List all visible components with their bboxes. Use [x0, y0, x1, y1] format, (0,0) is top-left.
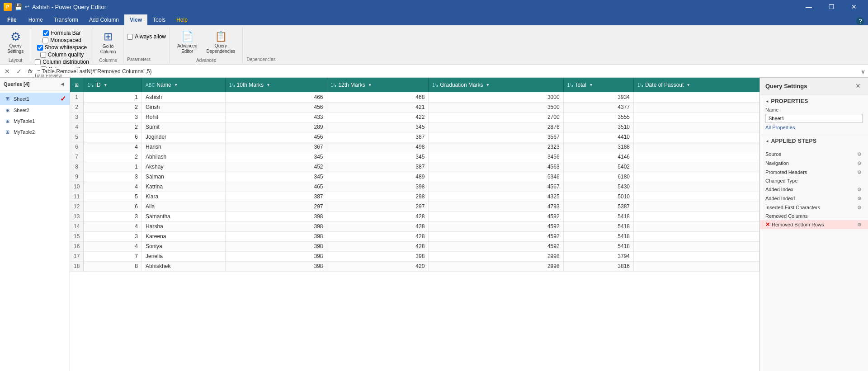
- step-gear-icon[interactable]: ⚙: [856, 195, 863, 202]
- tab-help[interactable]: Help: [171, 14, 193, 25]
- formula-confirm-button[interactable]: ✓: [14, 67, 24, 76]
- always-allow-checkbox[interactable]: Always allow: [127, 33, 166, 40]
- cell-10th: 345: [225, 152, 327, 162]
- step-gear-icon[interactable]: ⚙: [856, 169, 863, 175]
- step-gear-icon[interactable]: ⚙: [856, 186, 863, 193]
- col-filter-name[interactable]: ▼: [173, 83, 179, 87]
- col-header-12th-marks[interactable]: 1²₃ 12th Marks ▼: [327, 78, 429, 92]
- cell-name: Abhiskhek: [142, 261, 226, 271]
- col-filter-grad[interactable]: ▼: [485, 83, 491, 87]
- help-icon[interactable]: ?: [856, 17, 864, 25]
- maximize-button[interactable]: ❐: [821, 0, 842, 14]
- advanced-editor-button[interactable]: 📄 AdvancedEditor: [174, 28, 201, 57]
- name-input[interactable]: [765, 114, 863, 123]
- go-to-column-button[interactable]: ⊞ Go toColumn: [97, 28, 119, 57]
- cell-12th: 428: [327, 241, 429, 251]
- step-item[interactable]: ✕Removed Bottom Rows⚙: [760, 220, 868, 229]
- step-item[interactable]: Removed Columns: [760, 212, 868, 220]
- step-item[interactable]: Inserted First Characters⚙: [760, 203, 868, 212]
- cell-name: Harsha: [142, 221, 226, 231]
- step-gear-icon[interactable]: ⚙: [856, 160, 863, 166]
- cell-10th: 398: [225, 231, 327, 241]
- col-filter-total[interactable]: ▼: [588, 83, 594, 87]
- query-item-sheet2[interactable]: ⊞ Sheet2: [0, 105, 70, 116]
- col-filter-12th[interactable]: ▼: [367, 83, 373, 87]
- query-item-mytable2[interactable]: ⊞ MyTable2: [0, 127, 70, 137]
- col-filter-10th[interactable]: ▼: [265, 83, 271, 87]
- query-list: ⊞ Sheet1 ✓ ⊞ Sheet2 ⊞ MyTable1 ⊞ MyTable…: [0, 91, 70, 371]
- cell-grad: 3567: [429, 132, 563, 142]
- query-item-mytable1[interactable]: ⊞ MyTable1: [0, 116, 70, 127]
- cell-total: 3188: [563, 142, 633, 152]
- settings-close-button[interactable]: ✕: [854, 81, 863, 90]
- tab-view[interactable]: View: [124, 14, 147, 25]
- step-label: Removed Bottom Rows: [772, 222, 854, 227]
- undo-icon[interactable]: ↩: [25, 4, 29, 10]
- cell-grad: 4793: [429, 202, 563, 211]
- cell-grad: 4592: [429, 231, 563, 241]
- step-gear-icon[interactable]: ⚙: [856, 221, 863, 228]
- col-filter-id[interactable]: ▼: [103, 83, 108, 87]
- formula-input[interactable]: [37, 68, 858, 75]
- step-item[interactable]: Promoted Headers⚙: [760, 168, 868, 177]
- step-gear-icon[interactable]: ⚙: [856, 151, 863, 157]
- cell-grad: 4567: [429, 182, 563, 192]
- step-item[interactable]: Source⚙: [760, 150, 868, 159]
- column-distribution-checkbox[interactable]: Column distribution: [35, 59, 89, 65]
- table-container[interactable]: ⊞ 1²₃ ID ▼ ABC Name: [70, 78, 760, 371]
- tab-file[interactable]: File: [1, 14, 23, 25]
- ribbon-group-advanced: 📄 AdvancedEditor 📋 QueryDependencies Adv…: [170, 27, 243, 63]
- cell-id: 4: [84, 241, 142, 251]
- cell-10th: 398: [225, 241, 327, 251]
- tab-tools[interactable]: Tools: [147, 14, 171, 25]
- col-header-grad-marks[interactable]: 1²₃ Graduation Marks ▼: [429, 78, 563, 92]
- column-quality-checkbox[interactable]: Column quality: [40, 52, 84, 58]
- cell-12th: 387: [327, 162, 429, 172]
- step-item[interactable]: Navigation⚙: [760, 159, 868, 168]
- col-filter-date[interactable]: ▼: [685, 83, 691, 87]
- tab-home[interactable]: Home: [23, 14, 48, 25]
- monospaced-checkbox[interactable]: Monospaced: [42, 37, 81, 43]
- query-item-sheet1[interactable]: ⊞ Sheet1 ✓: [0, 93, 70, 105]
- col-header-id[interactable]: 1²₃ ID ▼: [84, 78, 142, 92]
- save-icon[interactable]: 💾: [14, 3, 22, 10]
- cell-10th: 456: [225, 132, 327, 142]
- cell-10th: 398: [225, 261, 327, 271]
- step-gear-icon[interactable]: ⚙: [856, 204, 863, 211]
- cell-date: [634, 211, 760, 221]
- query-settings-button[interactable]: ⚙ QuerySettings: [4, 28, 27, 57]
- close-button[interactable]: ✕: [844, 0, 864, 14]
- show-whitespace-checkbox[interactable]: Show whitespace: [37, 44, 87, 51]
- step-item[interactable]: Added Index1⚙: [760, 194, 868, 203]
- cell-total: 5402: [563, 162, 633, 172]
- cell-total: 3794: [563, 251, 633, 261]
- dependencies-group-label: Dependencies: [246, 56, 275, 62]
- col-header-name[interactable]: ABC Name ▼: [142, 78, 226, 92]
- col-header-date-passout[interactable]: 1²₃ Date of Passout ▼: [634, 78, 760, 92]
- queries-collapse-button[interactable]: ◄: [59, 80, 66, 88]
- cell-name: Samantha: [142, 211, 226, 221]
- minimize-button[interactable]: —: [798, 0, 819, 14]
- query-dependencies-button[interactable]: 📋 QueryDependencies: [203, 28, 239, 57]
- cell-total: 4410: [563, 132, 633, 142]
- all-properties-link[interactable]: All Properties: [765, 125, 863, 130]
- app-icon: P: [4, 3, 12, 11]
- cell-id: 6: [84, 132, 142, 142]
- formula-expand-button[interactable]: ∨: [861, 68, 865, 75]
- tab-transform[interactable]: Transform: [48, 14, 84, 25]
- formula-cancel-button[interactable]: ✕: [3, 67, 12, 76]
- cell-total: 3510: [563, 122, 633, 132]
- step-item[interactable]: Added Index⚙: [760, 185, 868, 194]
- table-row: 6 4 Harish 367 498 2323 3188: [70, 142, 760, 152]
- table-row: 1 1 Ashish 466 468 3000 3934: [70, 92, 760, 102]
- step-item[interactable]: Changed Type: [760, 177, 868, 185]
- formula-bar-checkbox[interactable]: Formula Bar: [43, 30, 80, 36]
- cell-id: 2: [84, 122, 142, 132]
- step-label: Promoted Headers: [765, 169, 854, 175]
- tab-add-column[interactable]: Add Column: [84, 14, 124, 25]
- row-number: 6: [70, 142, 84, 152]
- col-header-10th-marks[interactable]: 1²₃ 10th Marks ▼: [225, 78, 327, 92]
- col-header-total[interactable]: 1²₃ Total ▼: [563, 78, 633, 92]
- cell-name: Jenelia: [142, 251, 226, 261]
- table-select-all-header[interactable]: ⊞: [70, 78, 84, 92]
